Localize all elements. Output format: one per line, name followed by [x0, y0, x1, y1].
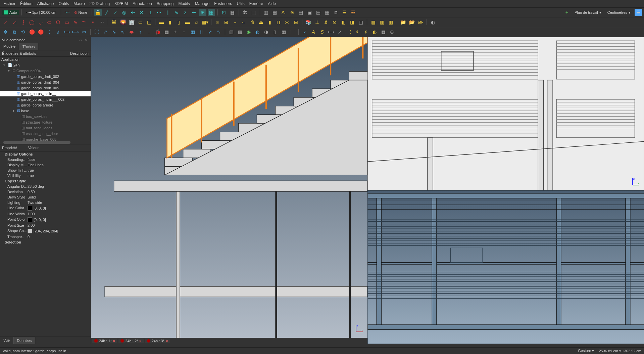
snap-endpoint-icon[interactable]: ╱ [103, 9, 110, 16]
circle-icon[interactable]: ◯ [28, 18, 36, 26]
tree-view[interactable]: Application ▾📄 24h ▾⊡ Compound004 ◫ gard… [0, 57, 91, 141]
boolean-common-icon[interactable]: ◑ [262, 28, 270, 36]
copy-icon[interactable]: ⧉ [11, 28, 18, 36]
preferences-icon[interactable]: 🛠 [241, 9, 249, 16]
tree-item-selected[interactable]: ◫ garde_corps_inclin__ [0, 91, 91, 96]
bezier-icon[interactable]: 〜 [81, 18, 88, 26]
space-icon[interactable]: ◫ [145, 18, 153, 26]
snap-special-icon[interactable]: ∿ [173, 9, 180, 16]
tree-base[interactable]: ▾⊡ base [0, 108, 91, 114]
roof-icon[interactable]: ⛰ [257, 18, 265, 26]
glue-icon[interactable]: ⊕ [388, 28, 396, 36]
auto-color-button[interactable]: Auto [2, 10, 19, 15]
draft2sketch-icon[interactable]: ⤡ [110, 28, 118, 36]
line-style-button[interactable]: 1px | 20.00 cm [24, 10, 58, 15]
create-wp-icon[interactable]: ⟋ [301, 28, 308, 36]
classification-icon[interactable]: ▣ [306, 9, 313, 16]
view-3[interactable] [367, 190, 644, 344]
style-none-button[interactable]: ⊘ None [72, 10, 89, 15]
point-array-icon[interactable]: ⤡ [215, 28, 222, 36]
property-view[interactable]: Display Options Bounding B...false Displ… [0, 151, 91, 337]
menu-2d-drafting[interactable]: 2D Drafting [90, 1, 110, 6]
section-icon[interactable]: ◐ [371, 28, 378, 36]
folder-add-icon[interactable]: 📂 [408, 18, 415, 26]
nav-style-selector[interactable]: Gesture ▾ [578, 349, 594, 353]
shapebuilder-icon[interactable]: ◨ [348, 18, 356, 26]
menu-manage[interactable]: Manage [195, 1, 209, 6]
snap-center-icon[interactable]: ◎ [120, 9, 128, 16]
prop-line-width[interactable]: Line Width1.00 [0, 211, 91, 217]
polygon-icon[interactable]: ⬡ [54, 18, 62, 26]
tab-tasks[interactable]: Tâches [19, 43, 38, 50]
snap-dimensions-icon[interactable]: ⊡ [220, 9, 228, 16]
annotation-styles-icon[interactable]: ☲ [350, 9, 357, 16]
toggle-grid-icon[interactable]: ▦ [229, 9, 236, 16]
array-icon[interactable]: ▦ [189, 28, 196, 36]
tab-view[interactable]: Vue [0, 337, 13, 344]
tree-item[interactable]: ◫ garde_corps_inclin___002 [0, 96, 91, 102]
offset-icon[interactable]: ⤸ [54, 28, 62, 36]
menu-annotation[interactable]: Annotation [133, 1, 152, 6]
frame-icon[interactable]: ⊟ [292, 18, 300, 26]
extrude-icon[interactable]: ▦ [163, 28, 170, 36]
tree-h-scrollbar[interactable] [0, 141, 91, 144]
snap-near-icon[interactable]: ⧄ [182, 9, 189, 16]
join-icon[interactable]: ⟼ [72, 28, 79, 36]
color-swatch-icon[interactable] [28, 217, 32, 222]
tree-item[interactable]: ◫ garde_corps_droit_005 [0, 85, 91, 91]
doc-tab-3[interactable]: 24h : 3*× [145, 339, 170, 343]
menu-snapping[interactable]: Snapping [157, 1, 174, 6]
menu-affichage[interactable]: Affichage [37, 1, 54, 6]
snap-perpendicular-icon[interactable]: ⊥ [147, 9, 154, 16]
prop-point-color[interactable]: Point Color[0, 0, 0] [0, 217, 91, 223]
menu-3d-bim[interactable]: 3D/BIM [114, 1, 128, 6]
project-icon[interactable]: 🏛 [110, 18, 118, 26]
snap-intersection-icon[interactable]: ✕ [138, 9, 145, 16]
close-icon[interactable]: × [166, 339, 168, 343]
stairs-icon[interactable]: ⟰ [249, 18, 256, 26]
shapestring-icon[interactable]: S [318, 28, 326, 36]
multimaterial-icon[interactable]: ▦ [378, 18, 386, 26]
report-view-button[interactable]: ☰ [635, 9, 642, 16]
column-icon[interactable]: ▯ [175, 18, 183, 26]
menu-macro[interactable]: Macro [73, 1, 85, 6]
3d-viewport[interactable]: zx 24h : 1*× 24h : 2*× 24h : 3*× [91, 37, 644, 344]
menu-fasteners[interactable]: Fasteners [214, 1, 232, 6]
path-array-icon[interactable]: ⤢ [206, 28, 214, 36]
rotate-center-icon[interactable]: 🔴 [37, 28, 44, 36]
boolean-cut-icon[interactable]: ◐ [254, 28, 261, 36]
tab-data[interactable]: Données [13, 337, 35, 344]
drawing-icon[interactable]: ▦ [380, 28, 387, 36]
construction-mode-icon[interactable]: 〰 [63, 9, 71, 16]
fence-icon[interactable]: ⫿⫿ [275, 18, 282, 26]
down-arrow-icon[interactable]: ↓ [145, 28, 153, 36]
tree-item[interactable]: ◫ garde_corps arrière [0, 102, 91, 108]
tree-doc[interactable]: ▾📄 24h [0, 62, 91, 68]
snap-grid-icon[interactable]: ⊞ [199, 9, 206, 16]
tree-root[interactable]: Application [0, 57, 91, 62]
prop-show-in-tree[interactable]: Show In Treetrue [0, 168, 91, 173]
generic-icon[interactable]: ◫ [357, 18, 364, 26]
axis-icon[interactable]: ⋮⋮ [345, 28, 352, 36]
menu-aide[interactable]: Aide [268, 1, 276, 6]
rectangle-icon[interactable]: ▭ [63, 18, 70, 26]
prop-lighting[interactable]: LightingTwo side [0, 200, 91, 205]
prop-deviation[interactable]: Deviation0.50 [0, 189, 91, 194]
level-icon[interactable]: ▭ [137, 18, 144, 26]
library-icon[interactable]: 📚 [305, 18, 312, 26]
axis-system-icon[interactable]: ♯ [353, 28, 361, 36]
panel-icon[interactable]: ▮ [266, 18, 274, 26]
dimension-icon[interactable]: ⟷ [327, 28, 335, 36]
boolean-fuse-icon[interactable]: ◉ [245, 28, 252, 36]
add-comp-icon[interactable]: ▨ [236, 28, 244, 36]
menu-fenetre[interactable]: Fenêtre [249, 1, 263, 6]
polyline-icon[interactable]: ⩘ [11, 18, 18, 26]
units-selector[interactable]: Centimètres ▾ [605, 10, 633, 15]
rebar-icon[interactable]: ▩▾ [201, 18, 209, 26]
tile-icon[interactable]: ▦ [271, 9, 279, 16]
tree-item[interactable]: ◫ garde_corps_droit_004 [0, 79, 91, 85]
tree-compound[interactable]: ▾⊡ Compound004 [0, 68, 91, 74]
pipe-icon[interactable]: ⌐ [231, 18, 239, 26]
toggle-subs-icon[interactable]: ▦ [280, 28, 287, 36]
section-plane-icon[interactable]: ▯ [271, 28, 279, 36]
